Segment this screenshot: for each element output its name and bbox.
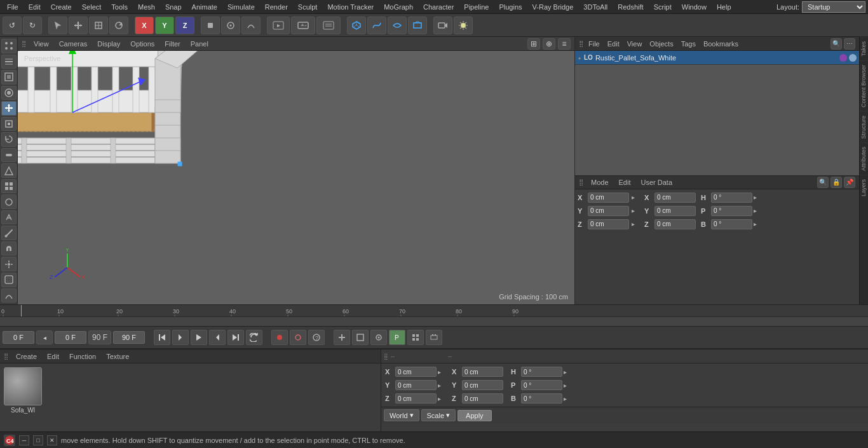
- attrs-drag[interactable]: ⣿: [579, 179, 583, 186]
- mat-menu-function[interactable]: Function: [67, 352, 98, 361]
- render-view-button[interactable]: [267, 17, 290, 34]
- scale-mode-button[interactable]: [89, 17, 108, 34]
- attrs-lock-btn[interactable]: 🔒: [831, 177, 842, 188]
- menu-snap[interactable]: Snap: [161, 2, 186, 12]
- pb-grid-btn[interactable]: [407, 330, 424, 345]
- rp-search-btn[interactable]: 🔍: [831, 38, 842, 50]
- world-dropdown[interactable]: World ▾: [384, 409, 419, 421]
- attr-rot-x[interactable]: 0 cm: [654, 193, 696, 203]
- menu-character[interactable]: Character: [419, 2, 458, 12]
- object-dot-2[interactable]: [849, 54, 857, 62]
- attrs-pin-btn[interactable]: 📌: [844, 177, 855, 188]
- attr-hpb-z[interactable]: 0 °: [711, 219, 752, 229]
- pb-autokey-btn[interactable]: [290, 330, 306, 345]
- viewport-menu-options[interactable]: Options: [128, 39, 157, 48]
- menu-tools[interactable]: Tools: [107, 2, 132, 12]
- sidebar-rotate-btn[interactable]: [1, 132, 17, 147]
- sidebar-points-btn[interactable]: [1, 39, 17, 53]
- sidebar-weight-btn[interactable]: [1, 288, 17, 303]
- pb-record-btn[interactable]: [271, 330, 288, 345]
- rp-menu-tags[interactable]: Tags: [679, 39, 698, 48]
- menu-plugins[interactable]: Plugins: [494, 2, 526, 12]
- sidebar-scale-btn[interactable]: [1, 117, 17, 132]
- pb-play[interactable]: [191, 330, 207, 345]
- status-maximize-btn[interactable]: □: [33, 435, 43, 445]
- bottom-z2-field[interactable]: 0 cm: [462, 393, 503, 404]
- menu-animate[interactable]: Animate: [187, 2, 222, 12]
- pb-goto-end[interactable]: [227, 330, 244, 345]
- rotate-mode-button[interactable]: [109, 17, 128, 34]
- vtab-attributes[interactable]: Attributes: [860, 142, 868, 175]
- y-axis-button[interactable]: Y: [155, 17, 174, 34]
- menu-mesh[interactable]: Mesh: [133, 2, 159, 12]
- menu-file[interactable]: File: [3, 2, 23, 12]
- sidebar-tool3[interactable]: [1, 179, 17, 194]
- render-settings-button[interactable]: [316, 17, 341, 34]
- pb-start-field[interactable]: 0 F: [3, 331, 34, 344]
- viewport-icon-1[interactable]: ⊞: [527, 38, 540, 50]
- cube-button[interactable]: [347, 17, 366, 34]
- timeline-ruler[interactable]: 0 10 20 30 40 50 60 70 80 90: [0, 305, 868, 317]
- bottom-z-field[interactable]: 0 cm: [395, 393, 437, 404]
- redo-button[interactable]: ↻: [23, 17, 42, 34]
- select-mode-button[interactable]: [48, 17, 67, 34]
- material-thumbnail[interactable]: [4, 367, 42, 405]
- menu-motion-tracker[interactable]: Motion Tracker: [323, 2, 378, 12]
- menu-3dtoall[interactable]: 3DToAll: [579, 2, 612, 12]
- pb-step-fwd[interactable]: [209, 330, 226, 345]
- pb-help-btn[interactable]: ?: [308, 330, 325, 345]
- status-close-btn[interactable]: ✕: [47, 435, 57, 445]
- menu-vray[interactable]: V-Ray Bridge: [528, 2, 578, 12]
- pb-goto-start[interactable]: [154, 330, 170, 345]
- mat-menu-create[interactable]: Create: [13, 352, 39, 361]
- viewport-menu-display[interactable]: Display: [95, 39, 123, 48]
- attr-pos-x[interactable]: 0 cm: [588, 193, 629, 203]
- rp-filter-btn[interactable]: ⋯: [844, 38, 855, 50]
- sidebar-tool2[interactable]: [1, 163, 17, 178]
- move-mode-button[interactable]: [69, 17, 88, 34]
- scale-dropdown[interactable]: Scale ▾: [421, 409, 456, 421]
- sidebar-tool4[interactable]: [1, 194, 17, 209]
- attr-rot-z[interactable]: 0 cm: [654, 219, 696, 229]
- bottom-b-field[interactable]: 0 °: [521, 393, 562, 404]
- viewport-3d[interactable]: Perspective Grid Spacing : 100 cm X Y Z: [18, 51, 574, 304]
- rp-menu-objects[interactable]: Objects: [647, 39, 675, 48]
- pb-frame-step-down[interactable]: ◂: [36, 330, 53, 344]
- menu-pipeline[interactable]: Pipeline: [459, 2, 493, 12]
- bottom-y-field[interactable]: 0 cm: [395, 380, 437, 390]
- sidebar-move-btn[interactable]: [1, 101, 17, 116]
- rp-menu-file[interactable]: File: [586, 39, 602, 48]
- pb-current-field[interactable]: 0 F: [55, 331, 86, 344]
- pb-snap1[interactable]: [334, 330, 350, 345]
- rp-menu-edit[interactable]: Edit: [605, 39, 622, 48]
- timeline-track[interactable]: [0, 317, 868, 326]
- sidebar-live-select-btn[interactable]: [1, 86, 17, 100]
- apply-button[interactable]: Apply: [458, 410, 492, 421]
- vtab-structure[interactable]: Structure: [860, 111, 868, 143]
- sidebar-snapping-btn[interactable]: [1, 257, 17, 271]
- pb-end-field-2[interactable]: 90 F: [113, 331, 145, 344]
- mat-menu-texture[interactable]: Texture: [104, 352, 132, 361]
- sidebar-poly-btn[interactable]: [1, 70, 17, 85]
- undo-button[interactable]: ↺: [3, 17, 22, 34]
- pb-end-field-input[interactable]: 90 F: [88, 330, 111, 344]
- viewport-menu-view[interactable]: View: [31, 39, 51, 48]
- sidebar-texture-btn[interactable]: [1, 273, 17, 287]
- attr-hpb-y[interactable]: 0 °: [711, 206, 752, 216]
- rp-menu-view[interactable]: View: [625, 39, 645, 48]
- vtab-layers[interactable]: Layers: [860, 175, 868, 200]
- pb-snap2[interactable]: [352, 330, 369, 345]
- viewport-icon-2[interactable]: ⊕: [543, 38, 555, 50]
- attr-rot-y[interactable]: 0 cm: [654, 206, 696, 216]
- pb-step-back[interactable]: [172, 330, 189, 345]
- deformer-button[interactable]: [408, 17, 427, 34]
- viewport-menu-panel[interactable]: Panel: [188, 39, 211, 48]
- menu-create[interactable]: Create: [46, 2, 76, 12]
- viewport-icon-3[interactable]: ≡: [558, 38, 571, 50]
- attrs-menu-mode[interactable]: Mode: [588, 178, 611, 187]
- menu-select[interactable]: Select: [78, 2, 106, 12]
- sidebar-paint-btn[interactable]: [1, 226, 17, 240]
- pb-motion-path[interactable]: [370, 330, 387, 345]
- render-picture-viewer-button[interactable]: [291, 17, 315, 34]
- object-button[interactable]: [201, 17, 220, 34]
